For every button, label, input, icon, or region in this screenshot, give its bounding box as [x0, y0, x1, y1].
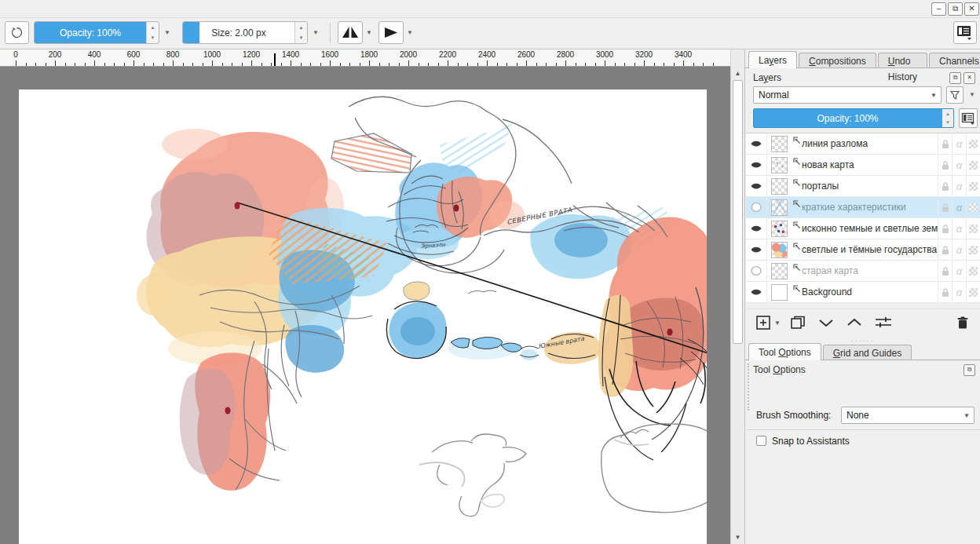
blend-mode-value: Normal — [759, 89, 789, 100]
layer-alpha-lock-icon[interactable]: α — [952, 282, 966, 302]
brush-smoothing-combo[interactable]: None ▼ — [841, 407, 975, 424]
layer-row[interactable]: новая картаα — [746, 155, 980, 176]
canvas-viewport[interactable]: СЕВЕРНЫЕ ВРАТА Эрнаэлн Южные врата — [0, 67, 730, 544]
layer-visibility-toggle[interactable] — [746, 197, 767, 217]
layer-visibility-toggle[interactable] — [746, 282, 767, 302]
ruler-tick — [565, 60, 566, 66]
snap-to-assistants-label: Snap to Assistants — [772, 436, 850, 447]
layer-row[interactable]: линия разломаα — [746, 133, 980, 155]
tab-undo-history[interactable]: Undo History — [878, 53, 927, 68]
delete-layer-button[interactable] — [955, 315, 971, 330]
layer-lock-icon[interactable] — [938, 155, 952, 175]
vertical-scrollbar[interactable]: ▲ ▼ — [730, 49, 744, 544]
minimize-button[interactable]: – — [931, 2, 946, 16]
layer-alpha-lock-icon[interactable]: α — [952, 239, 966, 260]
layer-alpha-lock-icon[interactable]: α — [952, 176, 966, 196]
size-dropdown-arrow[interactable]: ▼ — [310, 26, 321, 40]
ruler-label: 2600 — [517, 50, 535, 59]
size-slider-label: Size: 2.00 px — [183, 22, 294, 43]
mirror-horizontal-button[interactable] — [338, 21, 363, 44]
layer-properties-toolbar-button[interactable] — [873, 315, 894, 330]
layer-lock-icon[interactable] — [938, 176, 952, 196]
layer-lock-icon[interactable] — [938, 282, 952, 302]
layers-docker-buttons: ⧉ ✕ — [949, 72, 975, 84]
layer-inherit-alpha-icon[interactable] — [966, 218, 980, 239]
layer-inherit-alpha-icon[interactable] — [966, 282, 980, 302]
layer-alpha-lock-icon[interactable]: α — [952, 155, 966, 175]
layer-inherit-alpha-icon[interactable] — [966, 133, 980, 154]
float-docker-icon[interactable]: ⧉ — [964, 364, 975, 376]
layer-thumbnail — [767, 197, 791, 217]
mirror-dropdown-arrow[interactable]: ▼ — [364, 21, 375, 44]
layer-alpha-lock-icon[interactable]: α — [952, 261, 966, 281]
workspace-chooser-button[interactable] — [953, 21, 977, 44]
layer-visibility-toggle[interactable] — [746, 133, 767, 154]
ruler-tick — [467, 63, 468, 66]
ruler-tick — [487, 60, 488, 66]
add-layer-button[interactable]: ▼ — [755, 315, 781, 330]
close-button[interactable]: ✕ — [964, 2, 979, 16]
opacity-slider[interactable]: Opacity: 100% ▲▼ — [34, 21, 159, 44]
layer-row[interactable]: исконно темные и светлые землиα — [746, 218, 980, 239]
layer-lock-icon[interactable] — [938, 197, 952, 217]
close-docker-icon[interactable]: ✕ — [964, 72, 975, 84]
layer-lock-icon[interactable] — [938, 239, 952, 260]
layer-filter-button[interactable] — [946, 86, 964, 104]
wrap-dropdown-arrow[interactable]: ▼ — [404, 21, 415, 44]
ruler-tick — [232, 63, 232, 66]
size-spinner[interactable]: ▲▼ — [294, 22, 307, 43]
move-layer-up-button[interactable] — [845, 315, 864, 330]
ruler-tick — [340, 63, 341, 66]
add-layer-dropdown-arrow[interactable]: ▼ — [774, 319, 781, 327]
layer-inherit-alpha-icon[interactable] — [966, 155, 980, 175]
opacity-dropdown-arrow[interactable]: ▼ — [162, 26, 173, 40]
layer-alpha-lock-icon[interactable]: α — [952, 218, 966, 239]
layer-alpha-lock-icon[interactable]: α — [952, 133, 966, 154]
docker-drag-handle[interactable] — [748, 363, 751, 411]
layer-lock-icon[interactable] — [938, 218, 952, 239]
layer-lock-icon[interactable] — [938, 261, 952, 281]
opacity-spinner[interactable]: ▲▼ — [146, 22, 159, 43]
tab-layers[interactable]: Layers — [748, 51, 797, 68]
layer-opacity-slider[interactable]: Opacity: 100% ▲▼ — [753, 108, 954, 128]
move-layer-down-button[interactable] — [817, 315, 836, 330]
blend-mode-combo[interactable]: Normal ▼ — [753, 86, 942, 104]
ruler-tick — [310, 63, 311, 66]
tab-tool-options[interactable]: Tool Options — [748, 343, 821, 360]
scroll-up-arrow[interactable]: ▲ — [733, 68, 743, 78]
canvas[interactable]: СЕВЕРНЫЕ ВРАТА Эрнаэлн Южные врата — [19, 89, 707, 544]
duplicate-layer-button[interactable] — [790, 315, 807, 330]
restore-button[interactable]: ⧉ — [948, 2, 963, 16]
layer-alpha-lock-icon[interactable]: α — [952, 197, 966, 217]
layer-inherit-alpha-icon[interactable] — [966, 261, 980, 281]
tab-channels[interactable]: Channels — [929, 53, 980, 68]
snap-to-assistants-checkbox[interactable] — [756, 436, 766, 446]
reload-presets-button[interactable] — [5, 21, 29, 44]
ruler-tick — [46, 63, 46, 66]
layer-visibility-toggle[interactable] — [746, 155, 767, 175]
layer-visibility-toggle[interactable] — [746, 239, 767, 260]
layer-properties-button[interactable] — [959, 108, 978, 128]
layer-visibility-toggle[interactable] — [746, 176, 767, 196]
size-slider[interactable]: Size: 2.00 px ▲▼ — [182, 21, 308, 44]
layer-row[interactable]: краткие характеристикиα — [746, 197, 980, 218]
layer-row[interactable]: порталыα — [746, 176, 980, 197]
layer-inherit-alpha-icon[interactable] — [966, 197, 980, 217]
layer-opacity-spinner[interactable]: ▲▼ — [942, 109, 953, 127]
layer-row[interactable]: Backgroundα — [746, 282, 980, 303]
layer-row[interactable]: светлые и тёмные государстваα — [746, 239, 980, 261]
layer-visibility-toggle[interactable] — [746, 261, 767, 281]
filter-dropdown-arrow[interactable]: ▼ — [966, 86, 978, 104]
scrollbar-thumb[interactable] — [733, 80, 743, 344]
layer-visibility-toggle[interactable] — [746, 218, 767, 239]
layer-inherit-alpha-icon[interactable] — [966, 239, 980, 260]
wrap-around-button[interactable] — [378, 21, 404, 44]
layer-lock-icon[interactable] — [938, 133, 952, 154]
float-docker-icon[interactable]: ⧉ — [949, 72, 961, 84]
layer-list: линия разломаαновая картаαпорталыαкратки… — [746, 133, 980, 303]
layer-inherit-alpha-icon[interactable] — [966, 176, 980, 196]
layer-row[interactable]: старая картаα — [746, 261, 980, 282]
tab-compositions[interactable]: Compositions — [799, 53, 876, 68]
scroll-down-arrow[interactable]: ▼ — [733, 532, 743, 542]
tab-grid-and-guides[interactable]: Grid and Guides — [823, 345, 912, 360]
